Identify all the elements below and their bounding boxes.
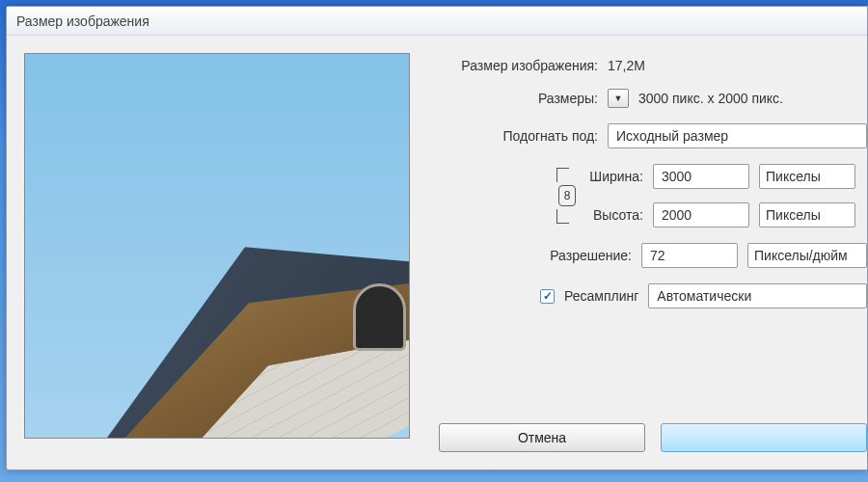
row-dimensions: Размеры: ▼ 3000 пикс. x 2000 пикс. (439, 89, 867, 108)
fit-to-select[interactable]: Исходный размер (608, 123, 867, 148)
resolution-label: Разрешение: (439, 248, 632, 263)
image-size-dialog: Размер изображения Размер изображения: 1… (6, 6, 868, 470)
dim-column: Ширина: 3000 Пикселы Высота: 2000 (580, 164, 855, 228)
dimensions-unit-dropdown[interactable]: ▼ (608, 89, 629, 108)
check-icon: ✓ (543, 289, 553, 303)
dialog-content: Размер изображения: 17,2M Размеры: ▼ 300… (7, 36, 867, 469)
dimensions-label: Размеры: (439, 91, 598, 106)
row-resample: ✓ Ресамплинг Автоматически (439, 283, 867, 308)
resample-method-value: Автоматически (657, 288, 751, 304)
height-unit-value: Пикселы (766, 207, 821, 223)
resolution-input[interactable]: 72 (641, 243, 738, 268)
cancel-button-label: Отмена (518, 430, 566, 445)
link-bracket: 8 (555, 164, 580, 228)
image-size-label: Размер изображения: (439, 58, 598, 73)
width-label: Ширина: (580, 169, 643, 184)
constrain-link-block: 8 Ширина: 3000 Пикселы (555, 164, 855, 228)
height-label: Высота: (580, 207, 643, 223)
resample-checkbox[interactable]: ✓ (540, 289, 555, 304)
height-value: 2000 (662, 207, 692, 223)
resample-method-select[interactable]: Автоматически (648, 283, 867, 308)
resample-label: Ресамплинг (564, 288, 638, 304)
fit-to-value: Исходный размер (616, 128, 728, 144)
resolution-unit-select[interactable]: Пикселы/дюйм (747, 243, 867, 268)
dialog-footer: Отмена (439, 423, 867, 452)
dialog-title: Размер изображения (16, 13, 149, 29)
row-image-size: Размер изображения: 17,2M (439, 58, 867, 73)
row-resolution: Разрешение: 72 Пикселы/дюйм (439, 243, 867, 268)
preview-window (353, 283, 406, 351)
cancel-button[interactable]: Отмена (439, 423, 645, 452)
width-unit-value: Пикселы (766, 169, 821, 184)
row-width-height: 8 Ширина: 3000 Пикселы (439, 164, 867, 228)
constrain-proportions-icon[interactable]: 8 (558, 185, 576, 206)
width-value: 3000 (662, 169, 692, 184)
row-fit-to: Подогнать под: Исходный размер (439, 123, 867, 148)
width-unit-select[interactable]: Пикселы (759, 164, 855, 189)
ok-button[interactable] (661, 423, 867, 452)
resolution-unit-value: Пикселы/дюйм (754, 248, 848, 263)
fit-to-label: Подогнать под: (439, 128, 598, 144)
image-size-value: 17,2M (608, 58, 645, 73)
form-panel: Размер изображения: 17,2M Размеры: ▼ 300… (439, 53, 867, 452)
height-unit-select[interactable]: Пикселы (759, 202, 855, 228)
dialog-titlebar[interactable]: Размер изображения (7, 7, 867, 36)
row-height: Высота: 2000 Пикселы (580, 202, 855, 228)
image-preview[interactable] (24, 53, 410, 439)
height-input[interactable]: 2000 (653, 202, 749, 228)
link-icon: 8 (564, 189, 571, 202)
resolution-value: 72 (650, 248, 665, 263)
row-width: Ширина: 3000 Пикселы (580, 164, 855, 189)
chevron-down-icon: ▼ (614, 94, 623, 103)
dimensions-value: 3000 пикс. x 2000 пикс. (638, 91, 783, 106)
width-input[interactable]: 3000 (653, 164, 749, 189)
